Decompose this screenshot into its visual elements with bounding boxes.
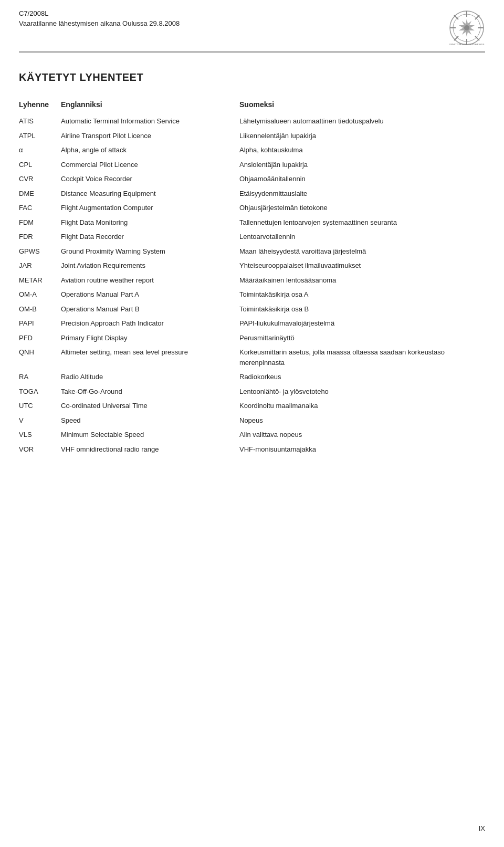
cell-english: Joint Aviation Requirements xyxy=(61,258,239,273)
table-row: ATPLAirline Transport Pilot LicenceLiike… xyxy=(19,129,485,143)
cell-abbr: ATIS xyxy=(19,114,61,129)
cell-finnish: Maan läheisyydestä varoittava järjestelm… xyxy=(239,244,485,259)
cell-english: Flight Augmentation Computer xyxy=(61,201,239,215)
table-row: VLSMinimum Selectable SpeedAlin valittav… xyxy=(19,427,485,442)
table-row: DMEDistance Measuring EquipmentEtäisyyde… xyxy=(19,186,485,201)
col-finnish: Suomeksi xyxy=(239,98,485,114)
page-footer: IX xyxy=(479,824,485,832)
cell-finnish: Perusmittarinäyttö xyxy=(239,331,485,346)
cell-finnish: Lentoarvotallennin xyxy=(239,229,485,244)
cell-english: VHF omnidirectional radio range xyxy=(61,442,239,457)
cell-english: Flight Data Recorder xyxy=(61,229,239,244)
cell-abbr: JAR xyxy=(19,258,61,273)
cell-finnish: Määräaikainen lentosääsanoma xyxy=(239,273,485,288)
cell-finnish: Toimintakäsikirja osa A xyxy=(239,287,485,302)
cell-finnish: Alpha, kohtauskulma xyxy=(239,143,485,158)
table-row: CPLCommercial Pilot LicenceAnsiolentäjän… xyxy=(19,158,485,172)
table-row: FDRFlight Data RecorderLentoarvotallenni… xyxy=(19,229,485,244)
cell-abbr: ATPL xyxy=(19,129,61,143)
cell-finnish: Ohjausjärjestelmän tietokone xyxy=(239,201,485,215)
cell-finnish: Yhteiseurooppalaiset ilmailuvaatimukset xyxy=(239,258,485,273)
cell-english: Cockpit Voice Recorder xyxy=(61,172,239,186)
cell-english: Aviation routine weather report xyxy=(61,273,239,288)
main-content: KÄYTETYT LYHENTEET Lyhenne Englanniksi S… xyxy=(0,53,504,475)
table-row: αAlpha, angle of attackAlpha, kohtauskul… xyxy=(19,143,485,158)
table-row: FACFlight Augmentation ComputerOhjausjär… xyxy=(19,201,485,215)
abbreviations-table: Lyhenne Englanniksi Suomeksi ATISAutomat… xyxy=(19,98,485,456)
cell-abbr: RA xyxy=(19,370,61,384)
cell-english: Co-ordinated Universal Time xyxy=(61,399,239,413)
cell-finnish: Toimintakäsikirja osa B xyxy=(239,302,485,317)
cell-finnish: Nopeus xyxy=(239,413,485,428)
table-row: ATISAutomatic Terminal Information Servi… xyxy=(19,114,485,129)
cell-english: Alpha, angle of attack xyxy=(61,143,239,158)
cell-english: Primary Flight Display xyxy=(61,331,239,346)
cell-abbr: OM-A xyxy=(19,287,61,302)
cell-finnish: Ansiolentäjän lupakirja xyxy=(239,158,485,172)
table-row: PAPIPrecision Approach Path IndicatorPAP… xyxy=(19,316,485,331)
cell-english: Altimeter setting, mean sea level pressu… xyxy=(61,345,239,370)
cell-abbr: V xyxy=(19,413,61,428)
header: C7/2008L Vaaratilanne lähestymisen aikan… xyxy=(0,0,504,46)
cell-finnish: Tallennettujen lentoarvojen systemaattin… xyxy=(239,215,485,230)
table-row: VSpeedNopeus xyxy=(19,413,485,428)
doc-id: C7/2008L xyxy=(19,9,180,17)
table-row: TOGATake-Off-Go-AroundLentoonlähtö- ja y… xyxy=(19,384,485,399)
cell-english: Ground Proximity Warning System xyxy=(61,244,239,259)
cell-english: Precision Approach Path Indicator xyxy=(61,316,239,331)
cell-english: Speed xyxy=(61,413,239,428)
cell-abbr: PFD xyxy=(19,331,61,346)
cell-abbr: TOGA xyxy=(19,384,61,399)
cell-finnish: Lähetymisalueen automaattinen tiedotuspa… xyxy=(239,114,485,129)
svg-text:ONNETTOMUUSTUTKINTAKESKUS: ONNETTOMUUSTUTKINTAKESKUS xyxy=(449,43,485,46)
page-number: IX xyxy=(479,824,485,832)
cell-english: Operations Manual Part A xyxy=(61,287,239,302)
table-row: UTCCo-ordinated Universal TimeKoordinoit… xyxy=(19,399,485,413)
cell-abbr: VOR xyxy=(19,442,61,457)
cell-abbr: GPWS xyxy=(19,244,61,259)
table-row: JARJoint Aviation RequirementsYhteiseuro… xyxy=(19,258,485,273)
table-row: RARadio AltitudeRadiokorkeus xyxy=(19,370,485,384)
cell-finnish: Koordinoitu maailmanaika xyxy=(239,399,485,413)
table-row: CVRCockpit Voice RecorderOhjaamoäänitall… xyxy=(19,172,485,186)
page: C7/2008L Vaaratilanne lähestymisen aikan… xyxy=(0,0,504,847)
cell-finnish: Ohjaamoäänitallennin xyxy=(239,172,485,186)
table-row: PFDPrimary Flight DisplayPerusmittarinäy… xyxy=(19,331,485,346)
cell-abbr: CPL xyxy=(19,158,61,172)
cell-english: Radio Altitude xyxy=(61,370,239,384)
table-row: OM-AOperations Manual Part AToimintakäsi… xyxy=(19,287,485,302)
cell-english: Airline Transport Pilot Licence xyxy=(61,129,239,143)
cell-abbr: FAC xyxy=(19,201,61,215)
cell-english: Take-Off-Go-Around xyxy=(61,384,239,399)
cell-abbr: UTC xyxy=(19,399,61,413)
logo-icon: ONNETTOMUUSTUTKINTAKESKUS xyxy=(448,9,485,46)
cell-english: Automatic Terminal Information Service xyxy=(61,114,239,129)
header-left: C7/2008L Vaaratilanne lähestymisen aikan… xyxy=(19,9,180,27)
cell-english: Flight Data Monitoring xyxy=(61,215,239,230)
cell-abbr: PAPI xyxy=(19,316,61,331)
cell-abbr: α xyxy=(19,143,61,158)
table-row: VORVHF omnidirectional radio rangeVHF-mo… xyxy=(19,442,485,457)
cell-finnish: PAPI-liukukulmavalojärjestelmä xyxy=(239,316,485,331)
table-row: OM-BOperations Manual Part BToimintakäsi… xyxy=(19,302,485,317)
svg-point-11 xyxy=(464,25,469,30)
subtitle: Vaaratilanne lähestymisen aikana Oulussa… xyxy=(19,19,180,27)
table-header-row: Lyhenne Englanniksi Suomeksi xyxy=(19,98,485,114)
cell-finnish: Etäisyydenmittauslaite xyxy=(239,186,485,201)
cell-finnish: VHF-monisuuntamajakka xyxy=(239,442,485,457)
table-row: GPWSGround Proximity Warning SystemMaan … xyxy=(19,244,485,259)
cell-abbr: FDM xyxy=(19,215,61,230)
cell-abbr: CVR xyxy=(19,172,61,186)
cell-finnish: Korkeusmittarin asetus, jolla maassa olt… xyxy=(239,345,485,370)
cell-finnish: Lentoonlähtö- ja ylösvetoteho xyxy=(239,384,485,399)
cell-abbr: VLS xyxy=(19,427,61,442)
cell-abbr: QNH xyxy=(19,345,61,370)
cell-abbr: DME xyxy=(19,186,61,201)
logo-area: ONNETTOMUUSTUTKINTAKESKUS xyxy=(448,9,485,46)
cell-english: Distance Measuring Equipment xyxy=(61,186,239,201)
table-row: FDMFlight Data MonitoringTallennettujen … xyxy=(19,215,485,230)
cell-abbr: FDR xyxy=(19,229,61,244)
table-row: METARAviation routine weather reportMäär… xyxy=(19,273,485,288)
cell-english: Minimum Selectable Speed xyxy=(61,427,239,442)
cell-finnish: Radiokorkeus xyxy=(239,370,485,384)
